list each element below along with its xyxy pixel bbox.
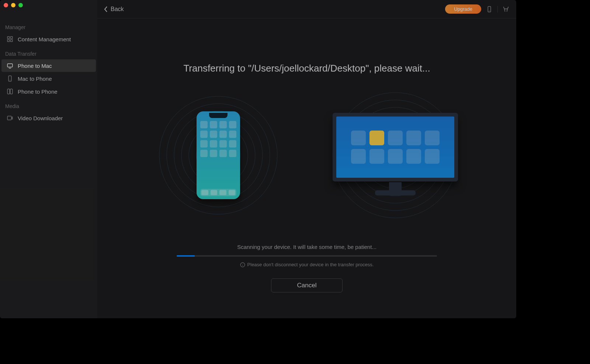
video-download-icon: [7, 115, 13, 121]
sidebar-item-content-management[interactable]: Content Management: [1, 33, 96, 45]
svg-rect-1: [11, 37, 13, 38]
sidebar-group-media: Media: [0, 98, 97, 111]
window-controls: [4, 3, 23, 7]
separator: [497, 6, 498, 13]
svg-rect-3: [11, 40, 13, 42]
sidebar-item-mac-to-phone[interactable]: Mac to Phone: [1, 72, 96, 85]
minimize-window-button[interactable]: [11, 3, 15, 7]
phone-to-phone-icon: [7, 88, 13, 95]
mac-to-phone-icon: [7, 75, 13, 82]
cancel-button[interactable]: Cancel: [271, 278, 343, 292]
fullscreen-window-button[interactable]: [18, 3, 23, 7]
progress-bar-fill: [177, 255, 195, 257]
sidebar-item-video-downloader[interactable]: Video Downloader: [1, 112, 96, 124]
svg-rect-4: [7, 64, 13, 67]
target-device-illustration: [329, 89, 462, 222]
grid-icon: [7, 36, 13, 42]
main-panel: Back Upgrade Transferring to "/Users/joe…: [97, 0, 516, 318]
warning-row: Please don't disconnect your device in t…: [240, 262, 374, 267]
content-area: Transferring to "/Users/joellockard/Desk…: [97, 18, 516, 318]
warning-text: Please don't disconnect your device in t…: [247, 262, 374, 267]
chevron-left-icon: [104, 6, 108, 12]
svg-rect-2: [7, 40, 9, 42]
sidebar-item-label: Content Management: [18, 36, 71, 42]
svg-rect-8: [7, 89, 10, 94]
sidebar-group-manager: Manager: [0, 19, 97, 32]
device-stage: [152, 89, 462, 222]
back-label: Back: [111, 6, 124, 13]
close-window-button[interactable]: [4, 3, 8, 7]
source-device-illustration: [152, 89, 285, 222]
svg-rect-0: [7, 37, 9, 38]
sidebar-item-label: Phone to Phone: [18, 89, 58, 95]
svg-rect-10: [7, 116, 11, 120]
info-icon: [240, 262, 245, 267]
app-window: Manager Content Management Data Transfer…: [0, 0, 516, 318]
sidebar-item-label: Video Downloader: [18, 115, 63, 121]
top-bar-right: Upgrade: [445, 4, 510, 14]
phone-illustration: [197, 111, 240, 199]
transfer-headline: Transferring to "/Users/joellockard/Desk…: [183, 63, 430, 74]
device-icon[interactable]: [486, 6, 493, 13]
upgrade-button[interactable]: Upgrade: [445, 4, 481, 14]
status-text: Scanning your device. It will take some …: [237, 244, 376, 250]
theme-icon[interactable]: [502, 6, 510, 13]
phone-to-mac-icon: [7, 62, 13, 69]
top-bar: Back Upgrade: [97, 0, 516, 18]
sidebar-item-label: Mac to Phone: [18, 76, 52, 82]
sidebar-item-phone-to-mac[interactable]: Phone to Mac: [1, 59, 96, 72]
sidebar-group-data-transfer: Data Transfer: [0, 46, 97, 59]
progress-bar: [177, 255, 437, 257]
sidebar-item-phone-to-phone[interactable]: Phone to Phone: [1, 85, 96, 98]
back-button[interactable]: Back: [104, 6, 124, 13]
svg-rect-9: [10, 89, 13, 94]
sidebar-item-label: Phone to Mac: [18, 63, 52, 69]
sidebar: Manager Content Management Data Transfer…: [0, 0, 97, 318]
mac-illustration: [333, 113, 458, 198]
